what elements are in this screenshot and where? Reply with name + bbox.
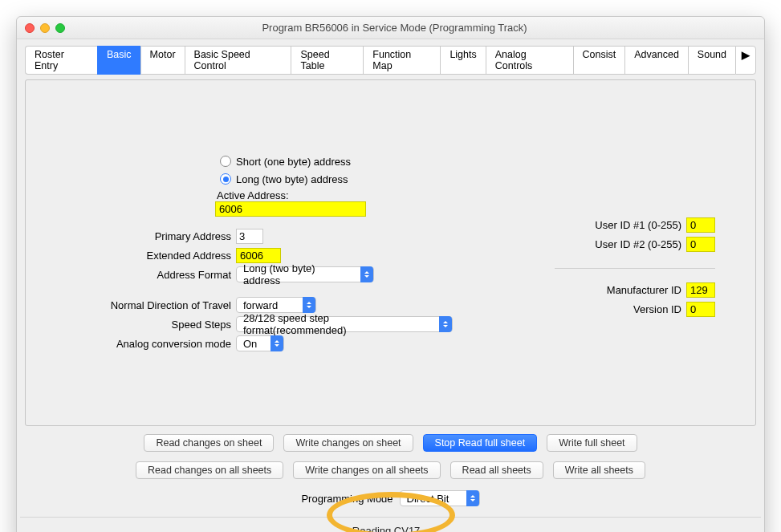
tab-scroll-right-icon[interactable]: ▶ (735, 46, 756, 75)
status-text: Reading CV17... (17, 518, 764, 532)
right-column: User ID #1 (0-255) 0 User ID #2 (0-255) … (555, 215, 715, 319)
dropdown-arrow-icon (271, 335, 283, 351)
dropdown-arrow-icon (360, 266, 373, 282)
tab-lights[interactable]: Lights (440, 46, 485, 75)
primary-address-input[interactable] (236, 229, 263, 244)
all-sheets-button-row: Read changes on all sheets Write changes… (17, 461, 764, 479)
direction-label: Normal Direction of Travel (26, 299, 236, 311)
manufacturer-id-value[interactable]: 129 (686, 282, 715, 298)
tab-consist[interactable]: Consist (573, 46, 625, 75)
tab-speed-table[interactable]: Speed Table (291, 46, 363, 75)
short-address-label: Short (one byte) address (236, 156, 351, 168)
short-address-radio[interactable] (220, 156, 231, 167)
tab-basic-speed-control[interactable]: Basic Speed Control (185, 46, 291, 75)
active-address-value[interactable]: 6006 (215, 201, 366, 217)
stop-read-full-sheet-button[interactable]: Stop Read full sheet (423, 434, 538, 452)
speed-steps-value: 28/128 speed step format(recommended) (243, 312, 433, 336)
long-address-radio[interactable] (220, 173, 231, 185)
program-window: Program BR56006 in Service Mode (Program… (16, 16, 765, 532)
write-changes-all-sheets-button[interactable]: Write changes on all sheets (293, 461, 440, 479)
address-format-value: Long (two byte) address (243, 262, 354, 286)
user-id-1-value[interactable]: 0 (686, 217, 715, 233)
address-format-select[interactable]: Long (two byte) address (236, 266, 374, 282)
write-changes-sheet-button[interactable]: Write changes on sheet (283, 434, 413, 452)
titlebar: Program BR56006 in Service Mode (Program… (17, 17, 764, 39)
primary-address-label: Primary Address (26, 230, 236, 242)
tab-bar: Roster Entry Basic Motor Basic Speed Con… (25, 46, 756, 75)
direction-value: forward (243, 299, 296, 311)
analog-label: Analog conversion mode (26, 338, 236, 350)
read-changes-all-sheets-button[interactable]: Read changes on all sheets (136, 461, 283, 479)
tab-analog-controls[interactable]: Analog Controls (486, 46, 573, 75)
analog-value: On (243, 338, 264, 350)
user-id-1-label: User ID #1 (0-255) (595, 219, 681, 231)
programming-mode-row: Programming Mode Direct Bit (17, 490, 764, 506)
tab-sound[interactable]: Sound (688, 46, 735, 75)
tab-function-map[interactable]: Function Map (363, 46, 440, 75)
speed-steps-label: Speed Steps (26, 319, 236, 331)
dropdown-arrow-icon (466, 490, 479, 506)
tab-advanced[interactable]: Advanced (624, 46, 688, 75)
user-id-2-label: User ID #2 (0-255) (595, 238, 681, 250)
basic-panel: Short (one byte) address Long (two byte)… (25, 79, 756, 426)
direction-select[interactable]: forward (236, 297, 316, 313)
divider (555, 268, 715, 269)
extended-address-value[interactable]: 6006 (236, 248, 281, 263)
write-full-sheet-button[interactable]: Write full sheet (547, 434, 637, 452)
write-all-sheets-button[interactable]: Write all sheets (553, 461, 645, 479)
sheet-button-row: Read changes on sheet Write changes on s… (17, 434, 764, 452)
dropdown-arrow-icon (439, 316, 452, 332)
tab-roster-entry[interactable]: Roster Entry (25, 46, 97, 75)
long-address-label: Long (two byte) address (236, 173, 348, 185)
programming-mode-select[interactable]: Direct Bit (400, 490, 480, 506)
active-address-label: Active Address: (217, 189, 755, 201)
programming-mode-label: Programming Mode (301, 493, 393, 505)
analog-select[interactable]: On (236, 335, 284, 351)
programming-mode-value: Direct Bit (407, 493, 460, 505)
extended-address-label: Extended Address (26, 250, 236, 262)
tab-basic[interactable]: Basic (97, 46, 140, 75)
speed-steps-select[interactable]: 28/128 speed step format(recommended) (236, 316, 453, 332)
dropdown-arrow-icon (303, 297, 315, 313)
address-format-label: Address Format (26, 269, 236, 281)
tab-motor[interactable]: Motor (140, 46, 185, 75)
read-all-sheets-button[interactable]: Read all sheets (450, 461, 543, 479)
user-id-2-value[interactable]: 0 (686, 237, 715, 252)
window-title: Program BR56006 in Service Mode (Program… (25, 22, 764, 34)
version-id-value[interactable]: 0 (686, 302, 715, 317)
manufacturer-id-label: Manufacturer ID (607, 284, 681, 296)
read-changes-sheet-button[interactable]: Read changes on sheet (144, 434, 274, 452)
version-id-label: Version ID (633, 303, 681, 315)
